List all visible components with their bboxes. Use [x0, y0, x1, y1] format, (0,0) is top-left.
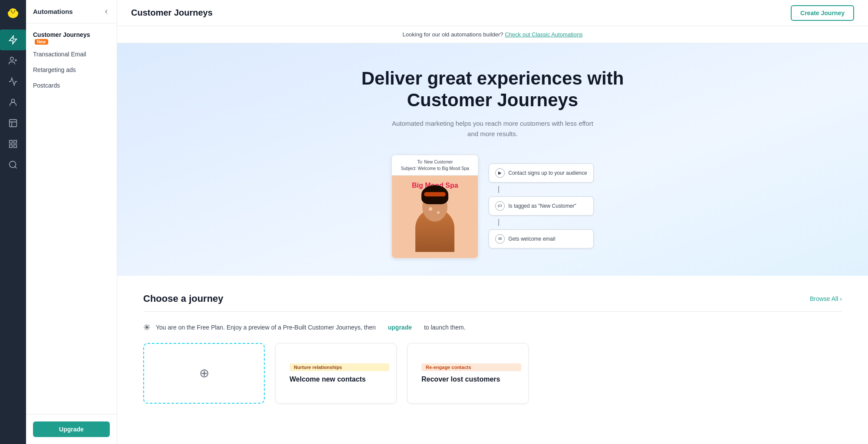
svg-point-6 — [10, 57, 13, 60]
classic-automations-banner: Looking for our old automations builder?… — [117, 26, 868, 43]
free-plan-text: You are on the Free Plan. Enjoy a previe… — [156, 324, 376, 331]
browse-all-link[interactable]: Browse All › — [810, 295, 842, 302]
sidebar-icon-automations[interactable] — [0, 29, 26, 50]
add-icon: ⊕ — [199, 366, 209, 380]
svg-point-3 — [14, 10, 15, 12]
create-journey-button[interactable]: Create Journey — [791, 5, 854, 21]
email-preview-body: Big Mood Spa — [392, 176, 478, 258]
journey-card-custom[interactable]: ⊕ — [143, 343, 265, 404]
person-headband — [424, 192, 446, 196]
journey-step-1: ▶ Contact signs up to your audience — [489, 163, 593, 183]
step-connector-2 — [498, 219, 499, 226]
svg-line-14 — [15, 166, 16, 168]
sidebar-icon-analytics[interactable] — [0, 71, 26, 92]
svg-point-5 — [16, 12, 19, 14]
email-subject: Subject: Welcome to Big Mood Spa — [396, 165, 473, 172]
step-label-2: Is tagged as "New Customer" — [508, 203, 576, 209]
welcome-card-content: Nurture relationships Welcome new contac… — [276, 356, 396, 390]
step-label-3: Gets welcome email — [508, 236, 555, 242]
spa-person-illustration — [413, 196, 457, 252]
step-icon-2: 🏷 — [495, 201, 505, 211]
app-logo[interactable] — [0, 0, 26, 26]
free-plan-suffix: to launch them. — [424, 324, 466, 331]
email-to: To: New Customer — [396, 159, 473, 165]
free-plan-notice: ✳ You are on the Free Plan. Enjoy a prev… — [143, 322, 842, 333]
journey-step-3: ✉ Gets welcome email — [489, 229, 593, 248]
svg-point-7 — [11, 99, 14, 102]
section-title: Choose a journey — [143, 293, 224, 304]
nav-sidebar-bottom: Upgrade — [26, 414, 117, 444]
sidebar-icon-grid[interactable] — [0, 134, 26, 154]
recover-card-content: Re-engage contacts Recover lost customer… — [408, 356, 528, 390]
step-label-1: Contact signs up to your audience — [508, 170, 587, 176]
hero-title: Deliver great experiences with Customer … — [341, 68, 644, 111]
page-title: Customer Journeys — [131, 8, 213, 18]
nav-sidebar-header: Automations — [26, 0, 117, 23]
svg-rect-11 — [10, 145, 12, 147]
hero-section: Deliver great experiences with Customer … — [117, 43, 868, 276]
top-bar: Customer Journeys Create Journey — [117, 0, 868, 26]
nav-item-transactional-email[interactable]: Transactional Email — [26, 46, 117, 62]
nav-item-retargeting-ads[interactable]: Retargeting ads — [26, 62, 117, 78]
svg-point-1 — [10, 8, 16, 14]
journey-cards: ⊕ Nurture relationships Welcome new cont… — [143, 343, 842, 404]
step-connector-1 — [498, 186, 499, 193]
svg-point-13 — [10, 161, 16, 168]
face-dot-2 — [437, 211, 440, 214]
face-dot-1 — [429, 207, 432, 211]
nav-sidebar-items: Customer Journeys New Transactional Emai… — [26, 23, 117, 414]
content-section: Choose a journey Browse All › ✳ You are … — [117, 276, 868, 421]
svg-rect-9 — [10, 140, 12, 143]
sidebar-icon-templates[interactable] — [0, 113, 26, 134]
classic-automations-link[interactable]: Check out Classic Automations — [505, 31, 582, 38]
spark-icon: ✳ — [143, 322, 151, 333]
icon-sidebar-items — [0, 26, 26, 444]
step-icon-1: ▶ — [495, 168, 505, 178]
step-icon-3: ✉ — [495, 234, 505, 244]
journey-step-2: 🏷 Is tagged as "New Customer" — [489, 196, 593, 215]
email-preview-card: To: New Customer Subject: Welcome to Big… — [391, 155, 478, 258]
classic-banner-text: Looking for our old automations builder? — [403, 31, 503, 38]
journey-card-recover[interactable]: Re-engage contacts Recover lost customer… — [407, 343, 529, 404]
journey-steps: ▶ Contact signs up to your audience 🏷 Is… — [489, 155, 593, 248]
browse-all-chevron-icon: › — [840, 295, 842, 302]
welcome-card-tag: Nurture relationships — [289, 363, 389, 371]
sidebar-icon-search[interactable] — [0, 154, 26, 175]
sidebar-icon-contacts[interactable] — [0, 50, 26, 71]
section-header: Choose a journey Browse All › — [143, 293, 842, 304]
welcome-card-title: Welcome new contacts — [283, 375, 389, 383]
section-divider — [143, 311, 842, 312]
nav-item-customer-journeys-badge: New — [26, 39, 117, 45]
svg-point-2 — [11, 10, 12, 12]
upgrade-button[interactable]: Upgrade — [33, 421, 110, 437]
svg-rect-10 — [14, 140, 16, 143]
upgrade-plan-link[interactable]: upgrade — [388, 324, 412, 331]
journey-card-welcome[interactable]: Nurture relationships Welcome new contac… — [275, 343, 397, 404]
svg-rect-12 — [14, 145, 16, 147]
recover-card-title: Recover lost customers — [414, 375, 521, 383]
main-content: Customer Journeys Create Journey Looking… — [117, 0, 868, 444]
nav-sidebar: Automations Customer Journeys New Transa… — [26, 0, 117, 444]
email-preview-header: To: New Customer Subject: Welcome to Big… — [392, 155, 478, 176]
svg-rect-8 — [10, 120, 17, 127]
recover-card-tag: Re-engage contacts — [421, 363, 521, 371]
svg-point-4 — [8, 12, 10, 14]
journey-illustration: To: New Customer Subject: Welcome to Big… — [391, 155, 593, 258]
icon-sidebar — [0, 0, 26, 444]
sidebar-icon-audience[interactable] — [0, 92, 26, 113]
nav-item-postcards[interactable]: Postcards — [26, 78, 117, 93]
hero-subtitle: Automated marketing helps you reach more… — [388, 118, 597, 139]
nav-sidebar-title: Automations — [33, 8, 73, 15]
collapse-sidebar-button[interactable] — [103, 8, 110, 15]
new-badge: New — [35, 39, 48, 45]
